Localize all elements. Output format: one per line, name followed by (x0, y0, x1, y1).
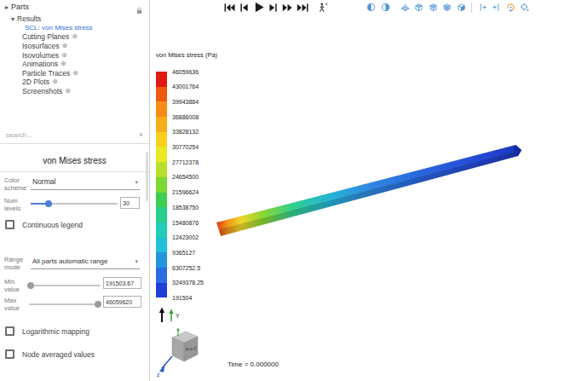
tree-item-results[interactable]: Results (0, 14, 149, 24)
expander-icon[interactable] (11, 14, 14, 23)
range-mode-value: All parts automatic range (32, 257, 108, 265)
max-value-slider[interactable] (29, 300, 101, 309)
legend-tick-label: 9365127 (172, 250, 195, 256)
tree-item-label: Isosurfaces (22, 42, 59, 50)
tree-item-isosurfaces[interactable]: Isosurfaces⊕ (0, 42, 149, 51)
tree-item-label: Results (17, 14, 41, 23)
clear-search-icon[interactable]: × (139, 131, 143, 139)
view-toolbar (365, 1, 531, 14)
time-label: Time = 0.000000 (228, 361, 279, 368)
legend-tick-label: 33828132 (172, 129, 199, 135)
tree-item-label: Cutting Planes (22, 32, 69, 41)
add-circle-icon[interactable]: ⊕ (72, 33, 78, 40)
step-forward-icon[interactable] (267, 1, 280, 14)
y-axis-arrow-icon (169, 309, 173, 322)
add-circle-icon[interactable]: ⊕ (72, 70, 78, 77)
tree-item-animations[interactable]: Animations⊕ (0, 60, 149, 69)
add-circle-icon[interactable]: ⊕ (61, 52, 67, 59)
orientation-triad[interactable]: Y Pos Z z (155, 305, 211, 381)
y-axis-label: Y (176, 313, 180, 319)
step-back-icon[interactable] (238, 1, 251, 14)
legend-tick-label: 36886008 (172, 114, 199, 120)
legend-color-band (156, 147, 167, 162)
legend-tick-label: 191504 (172, 295, 192, 301)
slider-handle[interactable] (95, 301, 101, 308)
add-circle-icon[interactable]: ⊕ (61, 43, 67, 49)
slider-track[interactable] (29, 303, 101, 305)
min-value-input[interactable] (103, 277, 141, 289)
legend-bands[interactable] (156, 72, 167, 297)
view-plane-icon[interactable] (399, 1, 412, 14)
slider-track[interactable] (29, 285, 101, 286)
legend-color-band (156, 283, 167, 298)
z-axis-label: z (157, 372, 160, 378)
view-cube[interactable]: Pos Z (172, 328, 198, 362)
tree-item-isovolumes[interactable]: Isovolumes⊕ (0, 50, 149, 60)
play-icon[interactable] (252, 1, 265, 14)
legend-tick-label: 30770254 (172, 144, 199, 150)
rotate-free-icon[interactable] (504, 1, 517, 14)
skip-to-last-icon[interactable] (296, 1, 308, 14)
expander-icon[interactable] (5, 3, 9, 11)
playback-toolbar (223, 1, 329, 14)
node-averaged-row: Node averaged values (5, 349, 95, 359)
up-arrow-icon (159, 308, 164, 323)
legend-color-band (156, 207, 167, 222)
search-row: × (0, 128, 149, 142)
legend-color-band (156, 117, 167, 132)
tree-item-label: Screenshots (22, 87, 62, 95)
slider-handle[interactable] (27, 282, 34, 289)
legend-labels: 4605963643001764399438843688600833828132… (172, 72, 223, 298)
legend-color-band (156, 72, 167, 87)
tree-item-label: Animations (22, 60, 58, 68)
chevron-down-icon (135, 179, 138, 186)
parts-tree: Results SCL: von Mises stress Cutting Pl… (0, 14, 149, 95)
min-value-slider[interactable] (29, 281, 101, 290)
color-scheme-dropdown[interactable]: Normal (31, 176, 140, 190)
logarithmic-mapping-checkbox[interactable] (5, 326, 14, 336)
fast-forward-icon[interactable] (281, 1, 294, 14)
clip-plane-x-icon[interactable] (476, 1, 489, 14)
legend-title: von Mises stress (Pa) (156, 51, 217, 59)
continuous-legend-checkbox[interactable] (5, 220, 14, 229)
tree-item-selected-scl-von-mises-stress[interactable]: SCL: von Mises stress (0, 24, 149, 33)
view-cube-corner-icon[interactable] (455, 1, 468, 14)
clip-plane-y-icon[interactable] (490, 1, 503, 14)
tree-item-particle-traces[interactable]: Particle Traces⊕ (0, 69, 149, 78)
continuous-legend-row: Continuous legend (5, 220, 83, 229)
probe-point-icon[interactable] (518, 1, 531, 14)
skip-to-first-icon[interactable] (223, 1, 236, 14)
slider-handle[interactable] (45, 200, 52, 207)
tree-item-label: 2D Plots (22, 78, 49, 86)
view-cube-mesh-icon[interactable] (441, 1, 453, 14)
range-mode-label: Range mode (4, 257, 30, 271)
scrollbar[interactable] (146, 152, 148, 201)
tree-item-screenshots[interactable]: Screenshots⊕ (0, 87, 149, 96)
tree-item-cutting-planes[interactable]: Cutting Planes⊕ (0, 32, 149, 42)
num-levels-input[interactable] (120, 197, 140, 209)
max-value-input[interactable] (103, 296, 141, 308)
range-mode-dropdown[interactable]: All parts automatic range (31, 255, 140, 269)
legend-tick-label: 21596624 (172, 189, 199, 195)
orbit-right-icon[interactable] (379, 1, 392, 14)
view-cube-grid-icon[interactable] (427, 1, 440, 14)
add-circle-icon[interactable]: ⊕ (52, 78, 58, 85)
search-input[interactable] (6, 131, 139, 139)
node-averaged-checkbox[interactable] (5, 349, 14, 359)
parts-header[interactable]: Parts (5, 3, 29, 11)
legend-color-band (156, 252, 167, 268)
walk-mode-icon[interactable] (316, 1, 329, 14)
tree-item-label: SCL: von Mises stress (25, 24, 93, 32)
tree-item-2d-plots[interactable]: 2D Plots⊕ (0, 78, 149, 87)
num-levels-slider[interactable] (31, 199, 118, 208)
view-cube-icon[interactable] (412, 1, 425, 14)
legend-tick-label: 43001764 (172, 84, 199, 89)
beam-model[interactable] (216, 145, 522, 236)
add-circle-icon[interactable]: ⊕ (61, 61, 66, 67)
legend-color-band (156, 268, 167, 283)
legend-tick-label: 24654500 (172, 174, 199, 180)
add-circle-icon[interactable]: ⊕ (65, 88, 71, 95)
toolbar-divider (471, 3, 472, 13)
legend-color-band (156, 87, 167, 102)
orbit-left-icon[interactable] (365, 1, 378, 14)
